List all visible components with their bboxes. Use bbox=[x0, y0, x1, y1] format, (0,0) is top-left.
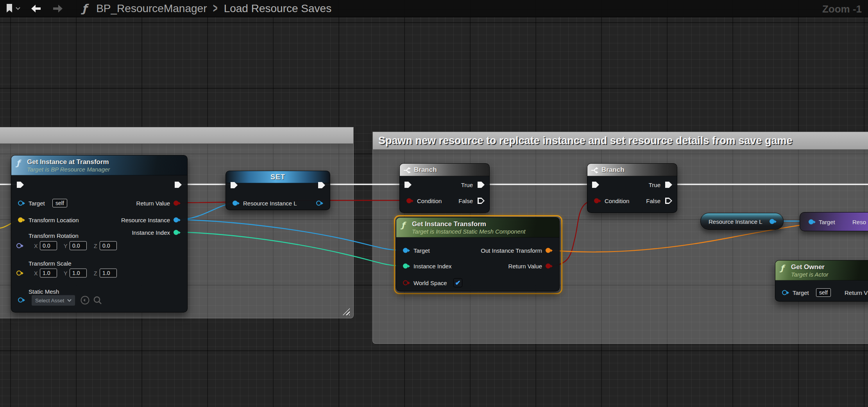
axis-label-z: Z bbox=[94, 270, 97, 277]
function-icon: ƒ bbox=[401, 220, 405, 230]
false-exec-pin[interactable] bbox=[478, 198, 485, 204]
pin-label: Return Value bbox=[508, 263, 542, 270]
branch-icon bbox=[403, 167, 412, 174]
browse-asset-icon[interactable] bbox=[93, 295, 102, 305]
pin-label: Target bbox=[413, 247, 430, 254]
scale-z-field[interactable]: 1.0 bbox=[100, 269, 117, 278]
node-subtitle: Target is Instanced Static Mesh Componen… bbox=[412, 228, 555, 235]
instance-index-pin[interactable] bbox=[403, 264, 408, 269]
transform-rotation-pin[interactable] bbox=[16, 243, 21, 248]
world-space-pin[interactable] bbox=[403, 280, 408, 286]
exec-in-pin[interactable] bbox=[404, 182, 412, 188]
node-get-instance-at-transform[interactable]: ƒ Get Instance at Transform Target is BP… bbox=[11, 155, 188, 312]
rotation-z-field[interactable]: 0.0 bbox=[100, 241, 117, 250]
node-subtitle: Target is BP Resource Manager bbox=[27, 166, 183, 173]
use-selected-asset-icon[interactable] bbox=[80, 295, 90, 305]
exec-in-pin[interactable] bbox=[592, 182, 599, 188]
back-arrow-icon[interactable] bbox=[30, 4, 42, 13]
return-value-pin[interactable] bbox=[174, 201, 179, 206]
target-pin[interactable] bbox=[18, 201, 23, 206]
wire-int-instanceindex-git[interactable] bbox=[178, 232, 404, 266]
condition-pin[interactable] bbox=[406, 198, 412, 204]
axis-label-y: Y bbox=[64, 270, 67, 277]
branch-icon bbox=[591, 167, 600, 174]
node-header[interactable]: Branch bbox=[400, 164, 489, 176]
graph-breadcrumb-bar: ƒ BP_ResourceManager > Load Resource Sav… bbox=[0, 0, 868, 17]
world-space-checkbox[interactable]: ✔ bbox=[453, 278, 462, 287]
forward-arrow-icon[interactable] bbox=[52, 4, 63, 13]
node-title: Branch bbox=[601, 166, 673, 174]
breadcrumb-graph[interactable]: Load Resource Saves bbox=[224, 2, 332, 15]
node-partial-purple[interactable]: Target Reso bbox=[800, 212, 868, 231]
pin-label: World Space bbox=[413, 280, 447, 286]
node-get-instance-transform[interactable]: ƒ Get Instance Transform Target is Insta… bbox=[396, 217, 560, 291]
target-pin[interactable] bbox=[782, 290, 787, 295]
exec-in-pin[interactable] bbox=[17, 182, 24, 188]
target-pin[interactable] bbox=[403, 248, 408, 253]
chevron-down-icon bbox=[67, 299, 72, 302]
axis-label-y: Y bbox=[64, 243, 67, 249]
target-pin[interactable] bbox=[809, 220, 814, 225]
instance-index-pin[interactable] bbox=[174, 230, 179, 235]
pin-label-partial: Return V bbox=[845, 289, 868, 296]
transform-location-pin[interactable] bbox=[18, 218, 23, 223]
resource-instance-out-pin[interactable] bbox=[316, 201, 321, 206]
wire-object-resourceinstance-git-target[interactable] bbox=[178, 220, 404, 250]
node-header[interactable]: ƒ Get Owner Target is Actor bbox=[775, 261, 868, 280]
node-header[interactable]: ƒ Get Instance Transform Target is Insta… bbox=[396, 218, 559, 237]
node-branch-2[interactable]: Branch True Condition False bbox=[587, 163, 677, 213]
resource-instance-in-pin[interactable] bbox=[233, 201, 238, 206]
scale-x-field[interactable]: 1.0 bbox=[40, 269, 57, 278]
pin-label: Resource Instance bbox=[121, 217, 170, 223]
node-set-resource-instance[interactable]: SET Resource Instance L bbox=[226, 171, 330, 210]
node-title: Get Instance Transform bbox=[412, 220, 555, 228]
node-title: Get Instance at Transform bbox=[27, 158, 183, 166]
pin-label: Target bbox=[29, 200, 45, 207]
node-header[interactable]: ƒ Get Instance at Transform Target is BP… bbox=[11, 155, 187, 175]
return-value-pin[interactable] bbox=[546, 264, 551, 269]
node-header[interactable]: SET bbox=[226, 171, 330, 183]
true-exec-pin[interactable] bbox=[478, 182, 485, 188]
bookmark-icon[interactable] bbox=[5, 4, 14, 14]
exec-out-pin[interactable] bbox=[318, 182, 325, 188]
node-get-owner[interactable]: ƒ Get Owner Target is Actor Target self … bbox=[775, 260, 868, 302]
function-icon: ƒ bbox=[16, 158, 20, 168]
selection-outline: ƒ Get Instance Transform Target is Insta… bbox=[394, 215, 562, 294]
false-exec-pin[interactable] bbox=[665, 198, 672, 204]
node-subtitle: Target is Actor bbox=[791, 271, 868, 278]
axis-label-z: Z bbox=[94, 243, 97, 249]
bookmark-chevron-icon[interactable] bbox=[16, 7, 20, 10]
pin-label: Return Value bbox=[136, 200, 170, 207]
rotation-y-field[interactable]: 0.0 bbox=[70, 241, 87, 250]
pin-label: Static Mesh bbox=[29, 288, 59, 295]
blueprint-graph-canvas[interactable]: Spawn new resource to replcate instance … bbox=[0, 0, 868, 407]
pin-label-partial: Reso bbox=[852, 219, 866, 225]
pin-label: True bbox=[461, 182, 473, 188]
pin-label: Target bbox=[793, 289, 809, 296]
exec-in-pin[interactable] bbox=[231, 182, 238, 188]
scale-y-field[interactable]: 1.0 bbox=[70, 269, 87, 278]
out-instance-transform-pin[interactable] bbox=[546, 248, 551, 253]
node-header[interactable]: Branch bbox=[587, 164, 677, 176]
breadcrumb-blueprint[interactable]: BP_ResourceManager bbox=[96, 2, 207, 15]
select-asset-label: Select Asset bbox=[35, 298, 64, 303]
target-self-field[interactable]: self bbox=[52, 199, 67, 207]
node-get-resource-instance-l[interactable]: Resource Instance L bbox=[700, 213, 784, 230]
exec-out-pin[interactable] bbox=[175, 182, 182, 188]
pin-label: Instance Index bbox=[413, 263, 452, 270]
variable-out-pin[interactable] bbox=[770, 219, 775, 224]
rotation-x-field[interactable]: 0.0 bbox=[40, 241, 57, 250]
condition-pin[interactable] bbox=[594, 198, 599, 204]
select-asset-dropdown[interactable]: Select Asset bbox=[32, 295, 75, 306]
breadcrumb-separator-icon: > bbox=[213, 1, 217, 16]
target-self-field[interactable]: self bbox=[816, 288, 831, 297]
node-title: SET bbox=[226, 173, 330, 181]
pin-label: Target bbox=[819, 219, 835, 225]
true-exec-pin[interactable] bbox=[665, 182, 672, 188]
node-branch-1[interactable]: Branch True Condition False bbox=[399, 163, 490, 213]
transform-scale-pin[interactable] bbox=[16, 271, 21, 276]
resource-instance-pin[interactable] bbox=[174, 218, 179, 223]
check-icon: ✔ bbox=[455, 279, 460, 287]
pin-label: Out Instance Transform bbox=[481, 247, 542, 254]
static-mesh-pin[interactable] bbox=[18, 298, 23, 303]
